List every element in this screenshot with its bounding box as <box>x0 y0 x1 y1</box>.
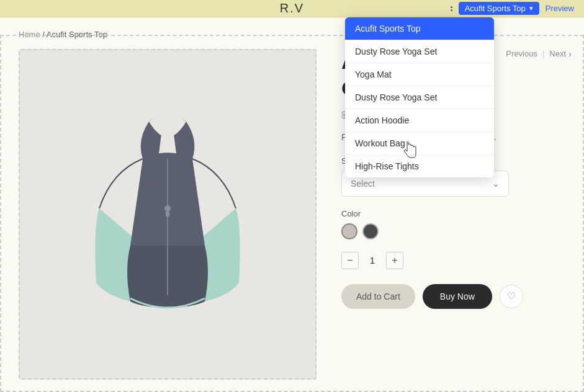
quantity-increase-button[interactable]: + <box>386 252 403 269</box>
heart-icon: ♡ <box>507 290 516 302</box>
color-swatches <box>341 223 565 239</box>
breadcrumb-current: Acufit Sports Top <box>47 30 107 39</box>
product-selector-dropdown[interactable]: Acufit Sports Top ▾ <box>459 2 539 15</box>
dropdown-item[interactable]: Acufit Sports Top <box>345 17 494 40</box>
dropdown-item[interactable]: Dusty Rose Yoga Set <box>345 86 494 109</box>
preview-button[interactable]: Preview <box>546 4 574 13</box>
dropdown-item[interactable]: High-Rise Tights <box>345 155 494 177</box>
breadcrumb: Home / Acufit Sports Top <box>19 30 317 39</box>
next-arrow-icon: › <box>568 48 572 59</box>
nav-separator: | <box>542 49 544 58</box>
size-select-value: Select <box>351 179 375 189</box>
drag-handle[interactable] <box>451 6 452 11</box>
size-chevron-icon: ⌄ <box>492 179 500 189</box>
dropdown-item[interactable]: Workout Bag <box>345 132 494 155</box>
product-image-container <box>19 49 317 380</box>
product-image-svg <box>50 84 285 345</box>
quantity-value: 1 <box>366 255 379 265</box>
current-product-label: Acufit Sports Top <box>465 4 526 13</box>
wishlist-button[interactable]: ♡ <box>500 285 523 308</box>
main-content: Home / Acufit Sports Top <box>0 17 584 392</box>
color-label: Color <box>341 209 565 218</box>
previous-link[interactable]: Previous <box>506 49 537 58</box>
color-swatch-dark[interactable] <box>362 223 379 239</box>
svg-point-2 <box>164 205 171 212</box>
product-dropdown-menu: Acufit Sports TopDusty Rose Yoga SetYoga… <box>345 17 494 177</box>
dropdown-item[interactable]: Dusty Rose Yoga Set <box>345 40 494 63</box>
action-row: Add to Cart Buy Now ♡ <box>341 284 565 309</box>
svg-rect-3 <box>166 212 169 216</box>
breadcrumb-separator: / <box>42 30 45 39</box>
toolbar: R.V Acufit Sports Top ▾ Preview <box>0 0 584 17</box>
dropdown-item[interactable]: Action Hoodie <box>345 109 494 132</box>
quantity-row: − 1 + <box>341 252 565 269</box>
nav-arrows: Previous | Next › <box>506 48 572 59</box>
chevron-down-icon: ▾ <box>529 4 533 12</box>
buy-now-button[interactable]: Buy Now <box>423 284 492 309</box>
next-link[interactable]: Next <box>549 49 566 58</box>
quantity-decrease-button[interactable]: − <box>341 252 359 269</box>
dropdown-item[interactable]: Yoga Mat <box>345 63 494 86</box>
brand-logo: R.V <box>280 1 304 16</box>
add-to-cart-button[interactable]: Add to Cart <box>341 284 415 309</box>
color-swatch-light[interactable] <box>341 223 357 239</box>
breadcrumb-home[interactable]: Home <box>19 30 40 39</box>
product-image-panel: Home / Acufit Sports Top <box>0 17 329 392</box>
color-section: Color <box>341 209 565 239</box>
